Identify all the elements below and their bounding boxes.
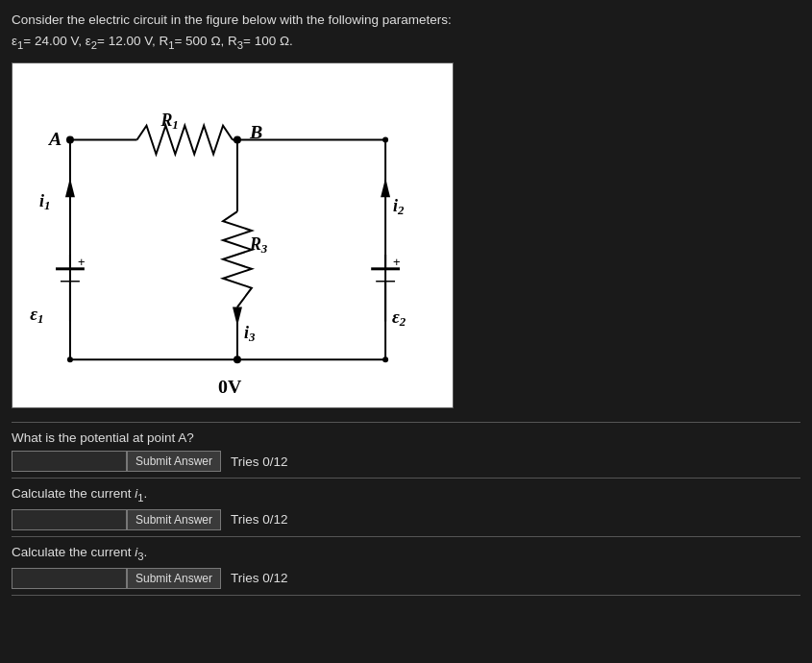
- answer-row-2: Submit Answer Tries 0/12: [12, 509, 800, 530]
- main-container: Consider the electric circuit in the fig…: [0, 0, 812, 605]
- answer-input-1[interactable]: [12, 451, 127, 472]
- question-text-1: What is the potential at point A?: [12, 430, 800, 445]
- submit-button-1[interactable]: Submit Answer: [127, 451, 221, 472]
- q2-prefix: Calculate the current i1.: [12, 486, 147, 501]
- tries-text-1: Tries 0/12: [231, 454, 288, 469]
- problem-statement: Consider the electric circuit in the fig…: [12, 10, 800, 53]
- question-text-3: Calculate the current i3.: [12, 545, 800, 562]
- svg-text:B: B: [249, 121, 262, 142]
- answer-row-1: Submit Answer Tries 0/12: [12, 451, 800, 472]
- answer-input-2[interactable]: [12, 509, 127, 530]
- question-text-2: Calculate the current i1.: [12, 486, 800, 503]
- svg-text:+: +: [393, 255, 401, 269]
- question-block-1: What is the potential at point A? Submit…: [12, 423, 800, 478]
- divider-3: [12, 595, 800, 596]
- question-block-3: Calculate the current i3. Submit Answer …: [12, 537, 800, 595]
- question-block-2: Calculate the current i1. Submit Answer …: [12, 479, 800, 536]
- svg-point-37: [382, 137, 388, 143]
- svg-point-34: [67, 357, 73, 363]
- q3-prefix: Calculate the current i3.: [12, 545, 147, 559]
- answer-input-3[interactable]: [12, 568, 127, 589]
- svg-point-9: [234, 136, 241, 144]
- answer-row-3: Submit Answer Tries 0/12: [12, 568, 800, 589]
- problem-line1: Consider the electric circuit in the fig…: [12, 12, 452, 27]
- circuit-figure: A B R1 R3 + ε1: [12, 62, 454, 408]
- tries-text-3: Tries 0/12: [231, 571, 288, 585]
- svg-text:+: +: [78, 255, 86, 269]
- svg-text:0V: 0V: [218, 376, 242, 397]
- problem-params: ε1= 24.00 V, ε2= 12.00 V, R1= 500 Ω, R3=…: [12, 34, 293, 48]
- svg-point-36: [67, 137, 73, 143]
- svg-text:A: A: [47, 128, 62, 149]
- submit-button-3[interactable]: Submit Answer: [127, 568, 221, 589]
- tries-text-2: Tries 0/12: [231, 512, 288, 527]
- svg-point-10: [234, 356, 241, 364]
- submit-button-2[interactable]: Submit Answer: [127, 509, 221, 530]
- svg-point-35: [382, 357, 388, 363]
